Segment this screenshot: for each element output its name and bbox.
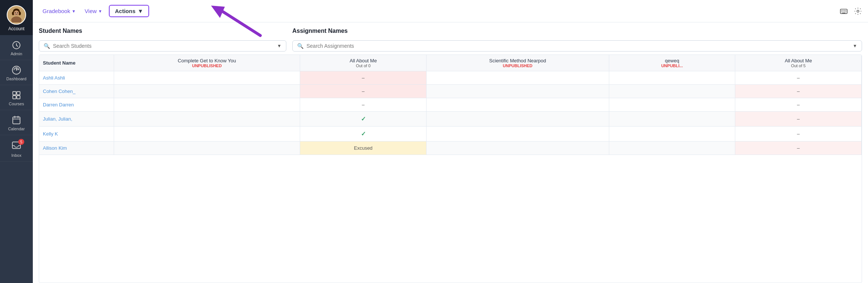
sidebar-item-inbox[interactable]: 5 Inbox [0,135,33,162]
cell-complete-get-to-know [114,127,300,142]
table-row: Darren Darren–– [39,98,862,112]
admin-label: Admin [10,52,22,56]
keyboard-icon [840,7,848,15]
calendar-label: Calendar [8,127,25,131]
student-search-chevron[interactable]: ▼ [277,43,282,49]
svg-rect-12 [13,91,16,95]
gear-icon [854,7,862,15]
toolbar-right [840,7,862,15]
col-student-name: Student Name [39,55,114,71]
check-icon: ✓ [361,131,366,137]
svg-rect-15 [17,96,20,99]
view-button[interactable]: View ▼ [81,6,106,16]
sidebar-item-calendar[interactable]: Calendar [0,110,33,135]
cell-scientific-method [427,142,609,155]
actions-label: Actions [115,8,135,14]
dashboard-icon [12,65,21,75]
cell-all-about-me-0: ✓ [300,112,427,127]
actions-chevron-icon: ▼ [138,8,143,14]
assignment-search-input[interactable] [306,43,850,49]
cell-all-about-me-5: – [735,71,862,85]
cell-scientific-method [427,98,609,112]
section-titles: Student Names Assignment Names [39,28,862,37]
dashboard-label: Dashboard [6,77,26,81]
col-all-about-me-0: All About Me Out of 0 [300,55,427,71]
keyboard-icon-button[interactable] [840,7,848,15]
student-section-header: Student Names [39,28,292,37]
sidebar-item-courses[interactable]: Courses [0,85,33,110]
cell-all-about-me-0: – [300,71,427,85]
cell-all-about-me-0: – [300,98,427,112]
cell-scientific-method [427,112,609,127]
student-search-bar[interactable]: 🔍 ▼ [39,40,286,52]
assignment-search-chevron[interactable]: ▼ [853,43,857,49]
cell-all-about-me-5: – [735,85,862,98]
inbox-label: Inbox [12,153,22,158]
gradebook-button[interactable]: Gradebook ▼ [39,6,79,16]
student-section-title: Student Names [39,28,292,34]
cell-qeweq [609,71,735,85]
settings-button[interactable] [854,7,862,15]
gradebook-chevron: ▼ [72,9,76,13]
cell-qeweq [609,112,735,127]
sidebar-account[interactable]: Account [0,0,33,35]
view-label: View [85,8,97,14]
cell-all-about-me-0: – [300,85,427,98]
toolbar: Gradebook ▼ View ▼ Actions ▼ [33,0,868,22]
cell-complete-get-to-know [114,85,300,98]
actions-button[interactable]: Actions ▼ [109,5,149,17]
cell-all-about-me-5: – [735,127,862,142]
cell-student-name[interactable]: Kelly K [39,127,114,142]
table-row: Kelly K✓– [39,127,862,142]
main-content: Gradebook ▼ View ▼ Actions ▼ [33,0,868,283]
cell-qeweq [609,98,735,112]
content-area: Student Names Assignment Names 🔍 ▼ 🔍 ▼ [33,22,868,283]
sidebar-item-dashboard[interactable]: Dashboard [0,60,33,85]
cell-qeweq [609,85,735,98]
table-row: Allison KimExcused– [39,142,862,155]
student-search-input[interactable] [53,43,274,49]
student-search-icon: 🔍 [44,43,50,49]
cell-complete-get-to-know [114,98,300,112]
search-row: 🔍 ▼ 🔍 ▼ [39,40,862,52]
cell-scientific-method [427,85,609,98]
cell-all-about-me-0: ✓ [300,127,427,142]
cell-scientific-method [427,127,609,142]
assignment-section-title: Assignment Names [292,28,862,34]
cell-scientific-method [427,71,609,85]
courses-label: Courses [9,102,24,106]
avatar [7,5,26,25]
cell-student-name[interactable]: Ashli Ashli [39,71,114,85]
gradebook-table: Student Name Complete Get to Know You UN… [39,55,862,155]
table-header-row: Student Name Complete Get to Know You UN… [39,55,862,71]
cell-student-name[interactable]: Allison Kim [39,142,114,155]
svg-rect-16 [13,117,20,124]
svg-point-5 [14,10,19,16]
table-row: Ashli Ashli–– [39,71,862,85]
cell-all-about-me-5: – [735,112,862,127]
cell-student-name[interactable]: Darren Darren [39,98,114,112]
cell-all-about-me-5: – [735,142,862,155]
cell-qeweq [609,142,735,155]
check-icon: ✓ [361,116,366,122]
cell-student-name[interactable]: Julian, Julian, [39,112,114,127]
cell-complete-get-to-know [114,142,300,155]
cell-all-about-me-0: Excused [300,142,427,155]
inbox-badge-wrapper: 5 [12,140,21,152]
cell-all-about-me-5: – [735,98,862,112]
col-all-about-me-5: All About Me Out of 5 [735,55,862,71]
cell-complete-get-to-know [114,71,300,85]
table-row: Cohen Cohen_–– [39,85,862,98]
svg-rect-14 [13,96,16,99]
assignment-search-bar[interactable]: 🔍 ▼ [292,40,862,52]
courses-icon [12,90,21,100]
gradebook-table-wrapper: Student Name Complete Get to Know You UN… [39,55,862,283]
svg-point-6 [15,12,16,13]
svg-marker-22 [211,6,225,18]
svg-point-7 [17,12,18,13]
sidebar: Account Admin Dashboard Courses [0,0,33,283]
table-body: Ashli Ashli––Cohen Cohen_––Darren Darren… [39,71,862,155]
sidebar-item-admin[interactable]: Admin [0,35,33,60]
cell-student-name[interactable]: Cohen Cohen_ [39,85,114,98]
cell-qeweq [609,127,735,142]
